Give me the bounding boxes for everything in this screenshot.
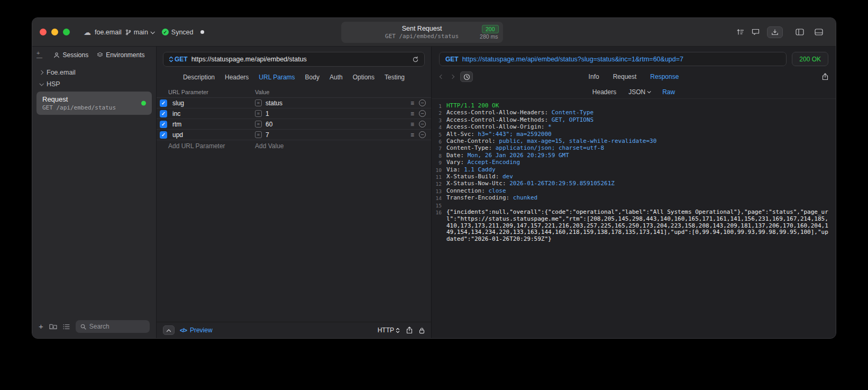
sidebar-tabs: Sessions Environments xyxy=(48,51,151,59)
editor-footer-right: HTTP xyxy=(378,326,425,334)
history-clock-button[interactable] xyxy=(460,71,473,82)
subtab-headers[interactable]: Headers xyxy=(592,88,616,96)
project-name[interactable]: foe.email xyxy=(95,29,122,36)
tab-environments[interactable]: Environments xyxy=(97,51,144,59)
param-value-cell[interactable]: 7 xyxy=(266,131,269,139)
tree-item-foe-email[interactable]: Foe.email xyxy=(32,67,156,78)
request-editor-panel: GET https://statuspage.me/api/embed/stat… xyxy=(157,47,432,338)
sessions-icon xyxy=(53,52,60,58)
toggle-left-panel-icon[interactable] xyxy=(790,26,809,38)
protocol-selector[interactable]: HTTP xyxy=(378,326,400,334)
param-name-cell[interactable]: rtm xyxy=(172,121,255,128)
environments-icon xyxy=(97,52,103,58)
param-remove-button[interactable]: − xyxy=(419,110,426,117)
tab-response[interactable]: Response xyxy=(650,73,679,80)
cloud-sync-icon: ☁ xyxy=(84,28,91,37)
param-checkbox[interactable]: ✓ xyxy=(160,110,167,117)
tab-testing[interactable]: Testing xyxy=(385,74,405,81)
search-icon xyxy=(80,324,86,330)
minimize-window-button[interactable] xyxy=(51,29,58,35)
tab-auth[interactable]: Auth xyxy=(330,74,343,81)
param-checkbox[interactable]: ✓ xyxy=(160,99,167,107)
expand-panel-button[interactable] xyxy=(163,325,175,335)
app-window: ☁ foe.email main ✓ Synced Sent Request xyxy=(32,17,836,339)
param-name-cell[interactable]: upd xyxy=(172,131,255,139)
git-branch-icon xyxy=(125,29,131,35)
project-info: ☁ foe.email main ✓ Synced xyxy=(84,28,204,37)
response-toolbar: Info Request Response xyxy=(432,68,836,85)
param-options-icon[interactable]: ≡ xyxy=(410,111,414,116)
resend-icon[interactable] xyxy=(412,56,419,63)
add-value[interactable]: Add Value xyxy=(255,142,284,150)
share-icon[interactable] xyxy=(406,326,413,334)
add-request-button[interactable]: + xyxy=(39,323,43,330)
param-remove-button[interactable]: − xyxy=(419,131,426,138)
import-tray-icon[interactable] xyxy=(767,26,783,38)
list-view-icon[interactable] xyxy=(63,324,70,330)
close-window-button[interactable] xyxy=(40,29,47,35)
code-line: 4Access-Control-Allow-Origin: * xyxy=(432,124,832,131)
code-line: 8Date: Mon, 26 Jan 2026 20:29:59 GMT xyxy=(432,152,832,159)
add-folder-icon[interactable] xyxy=(49,323,57,330)
subtab-headers-label: Headers xyxy=(592,88,616,96)
titlebar: ☁ foe.email main ✓ Synced Sent Request xyxy=(32,18,836,47)
response-panel: GET https://statuspage.me/api/embed/stat… xyxy=(432,47,836,338)
search-input[interactable]: Search xyxy=(76,320,150,333)
response-method-label: GET xyxy=(445,56,459,63)
export-response-icon[interactable] xyxy=(822,73,828,80)
zoom-window-button[interactable] xyxy=(63,29,70,35)
tree-item-hsp[interactable]: HSP xyxy=(32,78,156,90)
tab-body[interactable]: Body xyxy=(305,74,319,81)
param-row: ✓upd=7≡− xyxy=(157,130,431,140)
url-bar[interactable]: GET https://statuspage.me/api/embed/stat… xyxy=(163,52,425,67)
history-forward-button[interactable] xyxy=(450,74,455,79)
tab-sessions[interactable]: Sessions xyxy=(53,51,88,59)
param-remove-button[interactable]: − xyxy=(419,121,426,128)
equals-icon: = xyxy=(255,121,262,128)
param-value-cell[interactable]: 60 xyxy=(266,121,272,128)
param-value-cell[interactable]: 1 xyxy=(266,110,269,117)
tab-url-params[interactable]: URL Params xyxy=(259,74,295,81)
request-list-item-selected[interactable]: Request GET /api/embed/status xyxy=(36,92,152,115)
param-options-icon[interactable]: ≡ xyxy=(410,132,414,138)
tab-description[interactable]: Description xyxy=(183,74,215,81)
lock-icon[interactable] xyxy=(419,327,425,334)
unsaved-indicator-dot xyxy=(200,30,204,34)
param-checkbox[interactable]: ✓ xyxy=(160,121,167,128)
history-back-button[interactable] xyxy=(439,74,444,79)
sidebar-add-remove: + — xyxy=(36,51,42,59)
param-name-cell[interactable]: slug xyxy=(172,99,255,107)
feedback-icon[interactable] xyxy=(752,29,760,35)
sync-status: ✓ Synced xyxy=(162,29,194,36)
tab-info[interactable]: Info xyxy=(589,73,599,80)
request-url[interactable]: https://statuspage.me/api/embed/status xyxy=(191,56,408,63)
param-options-icon[interactable]: ≡ xyxy=(410,101,414,106)
code-line: 3Access-Control-Allow-Methods: GET, OPTI… xyxy=(432,117,832,124)
remove-session-button[interactable]: — xyxy=(36,55,42,59)
sort-requests-icon[interactable] xyxy=(736,29,744,35)
tab-request[interactable]: Request xyxy=(613,73,637,80)
response-url: https://statuspage.me/api/embed/status?s… xyxy=(462,56,683,63)
tab-options[interactable]: Options xyxy=(353,74,374,81)
request-item-subtitle: GET /api/embed/status xyxy=(42,104,146,111)
param-options-icon[interactable]: ≡ xyxy=(410,122,414,127)
branch-selector[interactable]: main xyxy=(125,29,154,36)
param-checkbox[interactable]: ✓ xyxy=(160,131,167,139)
tab-headers[interactable]: Headers xyxy=(225,74,249,81)
preview-button[interactable]: </> Preview xyxy=(180,326,213,334)
subtab-raw[interactable]: Raw xyxy=(662,88,675,96)
param-remove-button[interactable]: − xyxy=(419,99,426,106)
method-label: GET xyxy=(175,56,188,63)
editor-tabs: Description Headers URL Params Body Auth… xyxy=(157,69,431,86)
sent-request-summary[interactable]: Sent Request GET /api/embed/status 200 2… xyxy=(341,22,503,43)
param-value-cell[interactable]: status xyxy=(266,99,282,107)
toggle-bottom-panel-icon[interactable] xyxy=(809,26,828,38)
add-url-parameter[interactable]: Add URL Parameter xyxy=(160,142,255,150)
response-code[interactable]: 1HTTP/1.1 200 OK2Access-Control-Allow-He… xyxy=(432,99,836,338)
sent-request-pill[interactable]: GET https://statuspage.me/api/embed/stat… xyxy=(439,52,787,66)
method-selector[interactable]: GET xyxy=(169,56,188,63)
request-item-title: Request xyxy=(42,95,146,103)
param-name-cell[interactable]: inc xyxy=(172,110,255,117)
method-updown-icon xyxy=(169,56,173,62)
subtab-json[interactable]: JSON xyxy=(628,88,650,96)
